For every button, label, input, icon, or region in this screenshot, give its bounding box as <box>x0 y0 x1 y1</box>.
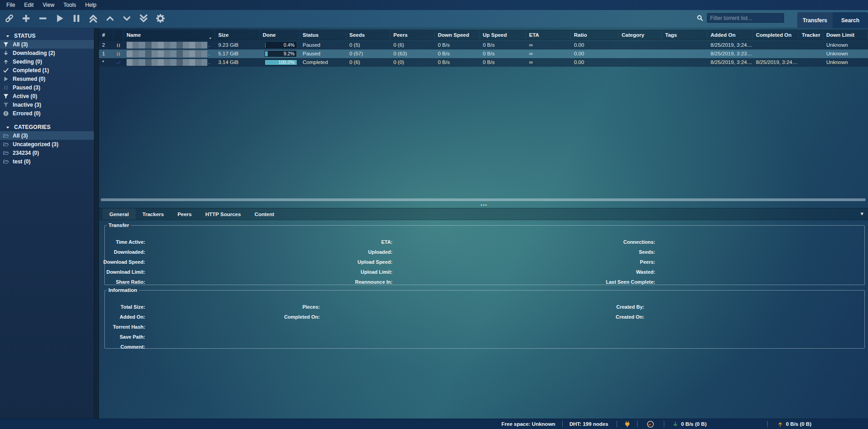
sidebar-item-paused-3[interactable]: Paused (3) <box>0 83 94 92</box>
delete-torrent-button[interactable] <box>37 12 49 26</box>
field-label-seeds: Seeds: <box>639 247 655 256</box>
transfer-legend: Transfer <box>107 222 131 228</box>
props-tab-trackers[interactable]: Trackers <box>136 208 171 220</box>
column-header--[interactable]: # <box>99 30 113 40</box>
field-label-completed-on: Completed On: <box>284 312 320 321</box>
column-header-eta[interactable]: ETA <box>526 30 571 40</box>
plug-icon[interactable] <box>623 420 631 428</box>
menu-item-tools[interactable]: Tools <box>59 1 81 9</box>
pause-icon <box>71 13 82 25</box>
cell-peers: 0 (0) <box>390 58 435 67</box>
add-torrent-button[interactable] <box>20 12 32 26</box>
panel-splitter[interactable]: … <box>99 202 868 208</box>
cell-seeds: 0 (5) <box>346 41 390 49</box>
sidebar-item-resumed-0[interactable]: Resumed (0) <box>0 74 94 83</box>
check-icon <box>3 67 9 74</box>
section-header-categories[interactable]: CATEGORIES <box>0 123 94 131</box>
torrent-row[interactable]: 1.5.17 GiB9.2%Paused0 (57)0 (63)0 B/s0 B… <box>99 49 868 58</box>
sidebar-item-label: Downloading (2) <box>13 50 55 56</box>
pause-button[interactable] <box>70 12 82 26</box>
blurred-torrent-name <box>127 42 207 49</box>
move-up-button[interactable] <box>104 12 116 26</box>
blurred-torrent-name <box>127 50 207 57</box>
column-header-done[interactable]: Done <box>260 30 299 40</box>
statusbar-divider <box>617 421 617 427</box>
field-label-upload-limit: Upload Limit: <box>361 267 392 276</box>
move-down-button[interactable] <box>121 12 132 26</box>
folder-open-icon <box>3 133 9 139</box>
column-header-state-icon[interactable] <box>113 30 123 40</box>
column-header-completed-on[interactable]: Completed On <box>753 30 799 40</box>
sidebar-item-all-3[interactable]: All (3) <box>0 40 94 49</box>
resume-button[interactable] <box>54 12 65 26</box>
properties-tab-bar: GeneralTrackersPeersHTTP SourcesContent <box>99 208 868 220</box>
column-header-tracker[interactable]: Tracker <box>799 30 823 40</box>
cell-peers: 0 (63) <box>390 49 435 58</box>
dht-nodes-label: DHT: 199 nodes <box>569 419 608 429</box>
sidebar-item-seeding-0[interactable]: Seeding (0) <box>0 57 94 66</box>
column-header-down-limit[interactable]: Down Limit <box>823 30 868 40</box>
cell-completed_on: 8/25/2019, 3:24… <box>753 58 799 67</box>
menu-item-file[interactable]: File <box>2 1 20 9</box>
sidebar-item-uncategorized-3[interactable]: Uncategorized (3) <box>0 140 94 148</box>
move-top-button[interactable] <box>87 12 99 26</box>
sidebar-item-errored-0[interactable]: Errored (0) <box>0 109 94 118</box>
view-tab-transfers[interactable]: Transfers <box>797 12 833 28</box>
column-header-size[interactable]: Size <box>215 30 260 40</box>
column-header-name[interactable]: Name <box>123 30 215 40</box>
sidebar-item-label: Completed (1) <box>13 67 49 74</box>
sidebar-item-label: Inactive (3) <box>13 102 41 108</box>
options-button[interactable] <box>154 12 166 26</box>
cell-ratio: 0.00 <box>571 41 618 49</box>
splitter-handle[interactable]: … <box>480 199 488 207</box>
sidebar-item-completed-1[interactable]: Completed (1) <box>0 66 94 74</box>
torrent-row[interactable]: 2.9.23 GiB0.4%Paused0 (5)0 (6)0 B/s0 B/s… <box>99 41 868 49</box>
cell-state <box>113 58 123 67</box>
cell-state <box>113 41 123 49</box>
props-tab-content[interactable]: Content <box>248 208 281 220</box>
sidebar-item-234234-0[interactable]: 234234 (0) <box>0 148 94 157</box>
field-label-save-path: Save Path: <box>120 332 145 341</box>
props-tab-general[interactable]: General <box>103 208 136 220</box>
chevron-down-icon <box>5 34 10 38</box>
sidebar-item-downloading-2[interactable]: Downloading (2) <box>0 49 94 57</box>
play-icon <box>54 13 65 25</box>
gauge-icon[interactable] <box>647 420 654 428</box>
cell-down_limit: Unknown <box>823 58 868 67</box>
column-header-peers[interactable]: Peers <box>390 30 435 40</box>
column-header-category[interactable]: Category <box>618 30 662 40</box>
menu-item-edit[interactable]: Edit <box>20 1 38 9</box>
move-bottom-button[interactable] <box>137 12 149 26</box>
field-label-uploaded: Uploaded: <box>368 247 392 256</box>
column-header-status[interactable]: Status <box>299 30 346 40</box>
sidebar-item-all-3[interactable]: All (3) <box>0 131 94 140</box>
menu-item-help[interactable]: Help <box>81 1 101 9</box>
column-header-down-speed[interactable]: Down Speed <box>435 30 480 40</box>
column-header-ratio[interactable]: Ratio <box>571 30 618 40</box>
field-label-peers: Peers: <box>640 257 655 266</box>
transfer-section: Transfer Time Active:ETA:Connections:Dow… <box>104 222 865 285</box>
cell-size: 5.17 GiB <box>215 49 260 58</box>
column-header-seeds[interactable]: Seeds <box>346 30 390 40</box>
view-tab-search[interactable]: Search <box>833 12 868 28</box>
sidebar-item-test-0[interactable]: test (0) <box>0 157 94 166</box>
sidebar-splitter[interactable] <box>94 28 99 419</box>
filter-torrent-input[interactable] <box>707 13 784 23</box>
sidebar-item-active-0[interactable]: Active (0) <box>0 92 94 100</box>
column-header-up-speed[interactable]: Up Speed <box>480 30 526 40</box>
column-header-tags[interactable]: Tags <box>662 30 707 40</box>
cell-added_on: 8/25/2019, 3:23… <box>707 49 753 58</box>
column-header-added-on[interactable]: Added On <box>707 30 753 40</box>
filter-icon <box>3 93 9 99</box>
menu-item-view[interactable]: View <box>38 1 59 9</box>
sidebar-item-inactive-3[interactable]: Inactive (3) <box>0 100 94 109</box>
section-header-status[interactable]: STATUS <box>0 32 94 40</box>
folder-open-icon <box>3 150 9 156</box>
props-tab-http-sources[interactable]: HTTP Sources <box>199 208 248 220</box>
props-tab-peers[interactable]: Peers <box>171 208 198 220</box>
search-icon <box>696 14 704 22</box>
add-torrent-link-button[interactable] <box>3 12 15 26</box>
information-section: Information Total Size:Pieces:Created By… <box>104 287 865 349</box>
torrent-row[interactable]: *.3.14 GiB100.0%Completed0 (6)0 (0)0 B/s… <box>99 58 868 67</box>
collapse-panel-icon[interactable]: ▾ <box>860 208 863 220</box>
